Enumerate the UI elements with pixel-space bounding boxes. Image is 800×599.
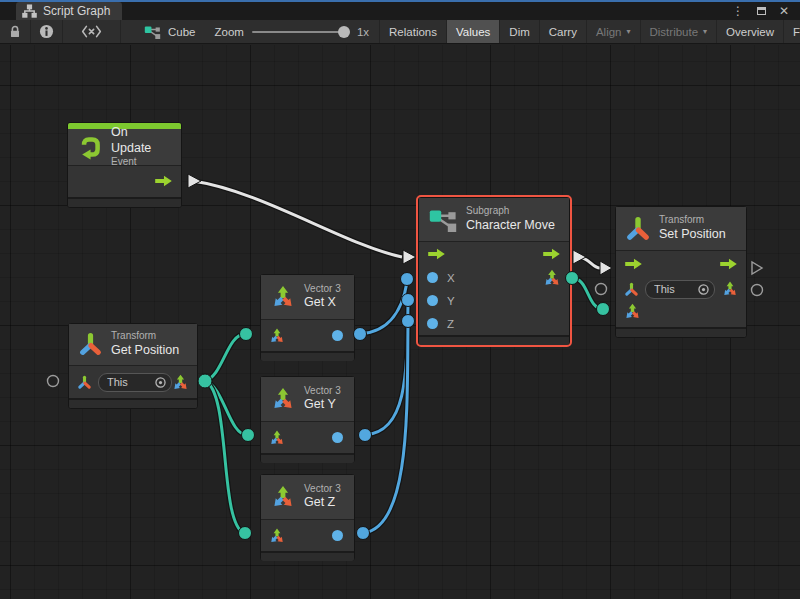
input-port-x[interactable] [427,272,438,283]
node-title: Set Position [659,227,726,243]
window-controls: ⋮ ✕ [730,2,800,20]
zoom-value: 1x [357,26,369,38]
unconnected-output-set-position[interactable] [752,285,763,296]
node-title: On Update [111,125,171,156]
zoom-slider[interactable] [252,31,349,33]
vector3-input-port[interactable] [269,430,285,446]
node-footer [261,351,354,361]
vector3-input-port[interactable] [624,303,641,320]
node-header: Vector 3 Get Z [261,475,354,520]
node-header: Vector 3 Get Y [261,377,354,422]
node-kind: Vector 3 [304,483,341,496]
subgraph-icon [428,208,458,232]
info-button[interactable] [31,20,63,43]
fullscreen-button[interactable]: Full Screen [783,20,800,43]
script-graph-icon [22,4,37,18]
graph-toolbar: Cube Zoom 1x Relations Values Dim Carry … [0,20,800,44]
flow-output-port[interactable] [719,258,738,270]
wire-get-position-to-get-y[interactable] [205,381,255,442]
relations-button[interactable]: Relations [379,20,446,43]
node-header: Transform Set Position [616,207,746,251]
node-get-position[interactable]: Transform Get Position This [68,323,198,409]
node-footer [261,453,354,463]
object-picker-icon[interactable] [697,283,710,296]
zoom-label: Zoom [215,26,244,38]
node-set-position[interactable]: Transform Set Position This [615,206,747,338]
align-button[interactable]: Align▾ [586,20,640,43]
node-footer [261,551,354,561]
flow-input-port[interactable] [624,258,643,270]
unconnected-input-get-position[interactable] [48,376,59,387]
value-output-port[interactable] [332,432,343,443]
target-field[interactable]: This [98,373,172,392]
dropdown-caret-icon: ▾ [626,27,630,36]
node-title: Character Move [466,218,555,234]
node-kind: Transform [659,214,726,227]
node-footer [419,335,569,345]
node-footer [69,398,197,408]
tab-script-graph[interactable]: Script Graph [16,2,122,20]
flow-input-port[interactable] [427,248,446,260]
vector3-icon [270,285,296,309]
code-icon [81,25,102,38]
wire-character-move-value-to-set-position[interactable] [566,272,610,316]
carry-button[interactable]: Carry [539,20,586,43]
wire-get-z-to-character-move[interactable] [357,315,415,540]
info-icon [39,24,54,39]
node-get-y[interactable]: Vector 3 Get Y [260,376,355,463]
vector3-output-port[interactable] [543,269,561,287]
flow-output-port[interactable] [542,248,561,260]
close-icon[interactable]: ✕ [776,4,792,18]
vector3-output-port[interactable] [172,374,189,391]
unconnected-flow-output-set-position[interactable] [752,262,762,274]
node-header: On Update Event [68,129,181,166]
toolbar-buttons: Relations Values Dim Carry Align▾ Distri… [379,20,800,43]
input-port-z[interactable] [427,318,438,329]
wire-get-position-to-get-z[interactable] [198,374,252,540]
node-character-move[interactable]: Subgraph Character Move X Y Z [418,197,570,345]
dim-button[interactable]: Dim [499,20,538,43]
node-title: Get Z [304,495,341,511]
node-on-update[interactable]: On Update Event [67,122,182,208]
vector3-input-port[interactable] [269,328,285,344]
more-menu-icon[interactable]: ⋮ [730,4,746,18]
flow-output-port[interactable] [154,175,173,187]
object-picker-icon[interactable] [154,376,167,389]
node-get-z[interactable]: Vector 3 Get Z [260,474,355,561]
wire-on-update-to-character-move[interactable] [188,174,416,264]
maximize-icon[interactable] [753,4,769,18]
wire-get-y-to-character-move[interactable] [359,294,415,442]
node-footer [68,197,181,207]
overview-button[interactable]: Overview [716,20,783,43]
code-view-button[interactable] [63,20,121,43]
distribute-button[interactable]: Distribute▾ [640,20,717,43]
unconnected-input-set-position[interactable] [596,284,607,295]
target-value: This [654,283,697,295]
lock-button[interactable] [0,20,31,43]
node-kind: Vector 3 [304,385,341,398]
wire-get-x-to-character-move[interactable] [354,273,414,341]
port-label-x: X [447,272,455,284]
zoom-control: Zoom 1x [205,20,380,43]
vector3-output-port[interactable] [722,281,738,297]
title-bar: Script Graph ⋮ ✕ [0,0,800,20]
values-button[interactable]: Values [446,20,499,43]
transform-input-port[interactable] [624,282,639,297]
dropdown-caret-icon: ▾ [703,27,707,36]
node-get-x[interactable]: Vector 3 Get X [260,274,355,361]
tab-label: Script Graph [43,4,110,18]
graph-canvas[interactable]: On Update Event Subgraph Character Move [0,45,800,599]
vector3-input-port[interactable] [269,528,285,544]
value-output-port[interactable] [332,530,343,541]
value-output-port[interactable] [332,330,343,341]
graph-target[interactable]: Cube [135,20,205,43]
on-update-event-icon [77,134,103,160]
transform-input-port[interactable] [77,375,92,390]
wire-character-move-to-set-position[interactable] [573,250,612,275]
wire-get-position-to-get-x[interactable] [205,328,253,382]
zoom-slider-handle[interactable] [338,26,350,38]
graph-target-label: Cube [168,26,196,38]
input-port-y[interactable] [427,295,438,306]
transform-icon [625,216,651,242]
target-field[interactable]: This [645,280,715,299]
